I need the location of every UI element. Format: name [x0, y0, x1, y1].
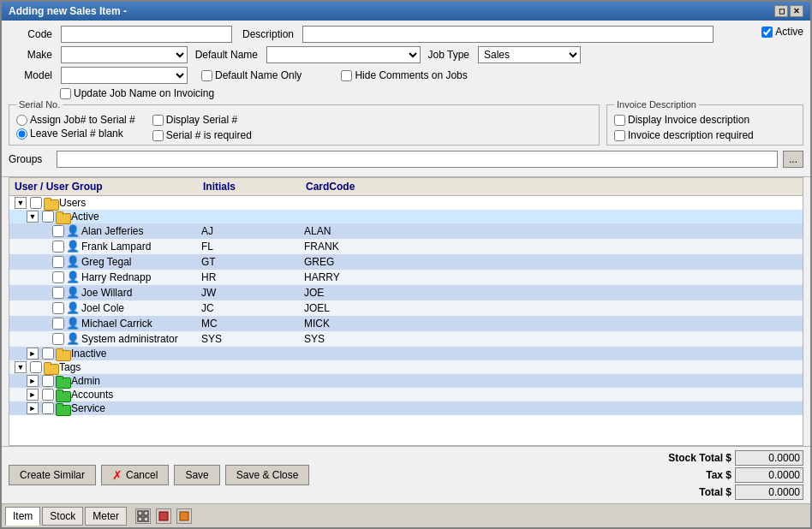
svg-rect-0 — [138, 511, 142, 515]
user-checkbox[interactable] — [52, 225, 64, 237]
service-checkbox[interactable] — [42, 402, 54, 414]
expand-icon[interactable]: ► — [27, 402, 39, 414]
expand-icon[interactable]: ▼ — [15, 361, 27, 373]
expand-icon[interactable]: ▼ — [15, 197, 27, 209]
tax-label: Tax $ — [654, 469, 731, 481]
job-type-select[interactable]: Sales Parts Service — [478, 46, 581, 63]
make-row: Make Default Name Job Type Sales Parts S… — [9, 46, 803, 63]
serial-invoice-section: Serial No. Assign Job# to Serial # Leave… — [9, 103, 803, 147]
active-checkbox[interactable] — [761, 27, 773, 38]
save-close-button[interactable]: Save & Close — [225, 465, 310, 485]
tree-row[interactable]: 👤 Joel Cole JC JOEL — [9, 300, 803, 316]
hide-comments-check[interactable]: Hide Comments on Jobs — [341, 69, 467, 81]
tree-col-user-header: User / User Group — [13, 180, 201, 193]
tree-row[interactable]: ► Admin — [9, 374, 803, 388]
tree-row[interactable]: 👤 Michael Carrick MC MICK — [9, 316, 803, 331]
user-checkbox[interactable] — [52, 287, 64, 299]
inactive-checkbox[interactable] — [42, 348, 54, 360]
node-label: Michael Carrick — [81, 318, 152, 330]
tab-stock[interactable]: Stock — [42, 507, 83, 526]
node-label: System administrator — [81, 333, 178, 345]
tree-body: ▼ Users ▼ Active — [9, 196, 803, 445]
tags-checkbox[interactable] — [30, 361, 42, 373]
accounts-checkbox[interactable] — [42, 389, 54, 401]
tree-row[interactable]: 👤 System administrator SYS SYS — [9, 331, 803, 347]
invoice-required-check[interactable]: Invoice description required — [614, 129, 796, 141]
description-input[interactable] — [302, 26, 713, 43]
groups-input[interactable] — [57, 151, 778, 168]
folder-icon — [56, 348, 69, 360]
totals-section: Stock Total $ Tax $ Total $ — [654, 450, 803, 500]
tree-row[interactable]: ► Service — [9, 401, 803, 415]
invoice-section: Invoice Description Display Invoice desc… — [606, 104, 803, 146]
user-checkbox[interactable] — [52, 256, 64, 268]
restore-button[interactable]: ◻ — [774, 5, 788, 17]
expand-icon[interactable]: ► — [27, 348, 39, 360]
user-checkbox[interactable] — [52, 241, 64, 253]
grid-icon[interactable] — [135, 508, 151, 524]
user-checkbox[interactable] — [52, 302, 64, 314]
invoice-title: Invoice Description — [614, 99, 699, 110]
svg-rect-4 — [159, 512, 168, 520]
groups-label: Groups — [9, 153, 51, 165]
update-jobname-check[interactable]: Update Job Name on Invoicing — [60, 87, 214, 99]
display-invoice-check[interactable]: Display Invoice description — [614, 114, 796, 126]
active-group-checkbox[interactable] — [42, 211, 54, 223]
leave-serial-radio[interactable]: Leave Serial # blank — [16, 128, 135, 140]
code-input[interactable] — [61, 26, 232, 43]
node-label: Joe Willard — [81, 287, 132, 299]
expand-icon[interactable]: ▼ — [27, 211, 39, 223]
orange-icon[interactable] — [176, 508, 192, 524]
default-name-select[interactable] — [266, 46, 421, 63]
display-serial-check[interactable]: Display Serial # — [152, 114, 252, 126]
tree-row[interactable]: 👤 Harry Rednapp HR HARRY — [9, 270, 803, 285]
folder-icon — [44, 198, 57, 209]
tab-item[interactable]: Item — [5, 507, 40, 526]
make-label: Make — [9, 49, 56, 61]
red-icon[interactable] — [156, 508, 171, 524]
user-icon: 👤 — [66, 317, 80, 330]
tree-col-initials-header: Initials — [201, 180, 304, 193]
users-checkbox[interactable] — [30, 197, 42, 209]
close-button[interactable]: ✕ — [790, 5, 803, 17]
tree-row[interactable]: ▼ Users — [9, 196, 803, 210]
user-checkbox[interactable] — [52, 333, 64, 345]
create-similar-button[interactable]: Create Similar — [9, 465, 96, 485]
tree-row[interactable]: ► Inactive — [9, 347, 803, 360]
make-select[interactable] — [61, 46, 188, 63]
node-label: Harry Rednapp — [81, 271, 151, 283]
user-checkbox[interactable] — [52, 271, 64, 283]
cancel-button[interactable]: ✗ Cancel — [101, 465, 169, 485]
tree-row[interactable]: 👤 Greg Tegal GT GREG — [9, 254, 803, 270]
default-name-only-check[interactable]: Default Name Only — [201, 69, 302, 81]
expand-icon[interactable]: ► — [27, 389, 39, 401]
node-cardcode: ALAN — [301, 225, 455, 237]
folder-icon — [56, 403, 69, 414]
total-value — [735, 484, 803, 500]
title-bar: Adding new Sales Item - ◻ ✕ — [2, 2, 810, 21]
node-cardcode: SYS — [301, 333, 455, 345]
tree-row[interactable]: ▼ Tags — [9, 360, 803, 374]
groups-browse-button[interactable]: ... — [783, 151, 803, 168]
expand-icon[interactable]: ► — [27, 375, 39, 387]
tree-row[interactable]: 👤 Alan Jefferies AJ ALAN — [9, 223, 803, 239]
node-initials: FL — [198, 241, 301, 253]
model-label: Model — [9, 69, 56, 81]
tree-row[interactable]: 👤 Frank Lampard FL FRANK — [9, 239, 803, 254]
content-area: Active Code Description Make Default Nam… — [2, 21, 810, 527]
serial-required-check[interactable]: Serial # is required — [152, 129, 252, 141]
save-button[interactable]: Save — [174, 465, 219, 485]
node-label: Alan Jefferies — [81, 225, 144, 237]
title-bar-buttons: ◻ ✕ — [774, 5, 803, 17]
tree-row[interactable]: ► Accounts — [9, 388, 803, 401]
admin-checkbox[interactable] — [42, 375, 54, 387]
tree-row[interactable]: 👤 Joe Willard JW JOE — [9, 285, 803, 300]
tree-row[interactable]: ▼ Active — [9, 210, 803, 223]
node-label: Admin — [71, 375, 100, 387]
assign-serial-radio[interactable]: Assign Job# to Serial # — [16, 114, 135, 126]
node-cardcode: HARRY — [301, 271, 455, 283]
tab-meter[interactable]: Meter — [85, 507, 127, 526]
model-select[interactable] — [61, 67, 188, 84]
form-area: Code Description Make Default Name Job T… — [2, 21, 810, 177]
user-checkbox[interactable] — [52, 318, 64, 330]
